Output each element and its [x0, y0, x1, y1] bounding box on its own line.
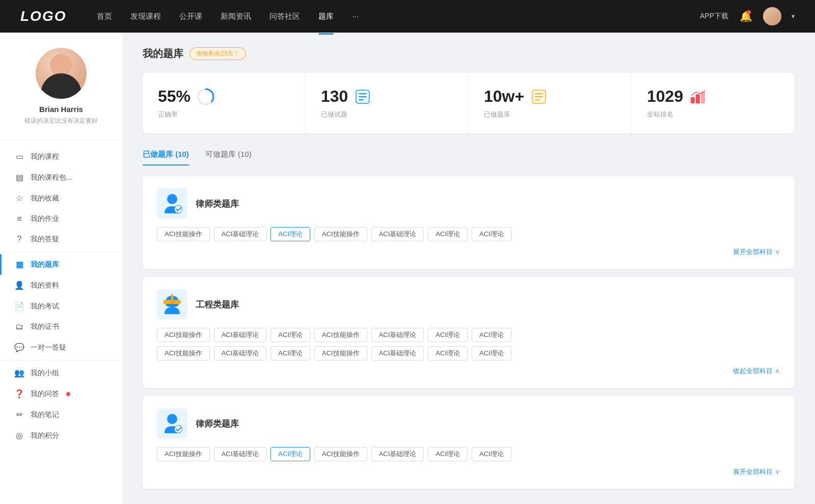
eng-tag-r2-3[interactable]: ACI技能操作 — [314, 346, 367, 360]
page-title: 我的题库 — [143, 47, 183, 61]
main-content: 我的题库 体验剩余23天！ 55% 正确率 130 — [122, 33, 815, 504]
sidebar-item-my-qa[interactable]: ❓ 我的问答 — [0, 383, 122, 404]
sidebar-item-certificate[interactable]: 🗂 我的证书 — [0, 317, 122, 337]
points-icon: ◎ — [14, 431, 24, 440]
eng-tag-r1-5[interactable]: ACI理论 — [428, 328, 468, 342]
bank-card-header-3: 律师类题库 — [157, 408, 780, 439]
law2-tag-5[interactable]: ACI理论 — [428, 447, 468, 461]
course-package-icon: ▤ — [14, 173, 24, 182]
1on1-icon: 💬 — [14, 343, 24, 352]
sidebar-label-my-qa: 我的问答 — [31, 389, 59, 399]
svg-rect-11 — [696, 94, 700, 103]
nav-more[interactable]: ··· — [352, 10, 359, 23]
sidebar-username: Brian Harris — [39, 105, 83, 114]
notification-bell[interactable]: 🔔 — [739, 9, 753, 23]
bank-card-header-1: 律师类题库 — [157, 188, 780, 219]
sidebar-divider-1 — [0, 139, 122, 140]
user-dropdown-arrow[interactable]: ▾ — [792, 13, 795, 20]
sidebar-label-qa: 我的答疑 — [31, 235, 59, 244]
law2-tag-6[interactable]: ACI理论 — [472, 447, 511, 461]
sidebar-item-my-data[interactable]: 👤 我的资料 — [0, 275, 122, 296]
law2-tag-0[interactable]: ACI技能操作 — [157, 447, 210, 461]
sidebar-item-course-package[interactable]: ▤ 我的课程包... — [0, 167, 122, 188]
sidebar-label-my-bank: 我的题库 — [31, 260, 59, 269]
tag-1[interactable]: ACI基础理论 — [214, 227, 267, 241]
stat-banks-done: 10w+ 已做题库 — [469, 73, 632, 133]
user-avatar[interactable] — [763, 7, 781, 25]
eng-tag-r2-1[interactable]: ACI基础理论 — [214, 346, 267, 360]
exam-icon: 📄 — [14, 301, 24, 311]
lawyer-icon-svg — [159, 191, 185, 216]
law2-tag-2-active[interactable]: ACI理论 — [270, 447, 310, 461]
sidebar-item-my-exam[interactable]: 📄 我的考试 — [0, 296, 122, 317]
stat-value-correct-rate: 55% — [158, 87, 191, 106]
eng-tag-r1-0[interactable]: ACI技能操作 — [157, 328, 210, 342]
engineer-icon-svg — [159, 292, 185, 317]
sidebar-item-favorites[interactable]: ☆ 我的收藏 — [0, 188, 122, 209]
eng-tag-r2-2[interactable]: ACI理论 — [270, 346, 310, 360]
tag-6[interactable]: ACI理论 — [472, 227, 511, 241]
eng-tag-r2-6[interactable]: ACI理论 — [472, 346, 511, 360]
nav-open-course[interactable]: 公开课 — [179, 10, 202, 23]
nav-qa[interactable]: 问答社区 — [269, 10, 300, 23]
svg-rect-10 — [691, 97, 695, 103]
eng-tag-r2-5[interactable]: ACI理论 — [428, 346, 468, 360]
tag-5[interactable]: ACI理论 — [428, 227, 468, 241]
stat-correct-rate: 55% 正确率 — [143, 73, 306, 133]
law2-tag-4[interactable]: ACI基础理论 — [371, 447, 424, 461]
eng-tag-r1-4[interactable]: ACI基础理论 — [371, 328, 424, 342]
sidebar-divider-3 — [0, 360, 122, 360]
sidebar-avatar — [36, 48, 87, 99]
sidebar-item-notes[interactable]: ✏ 我的笔记 — [0, 404, 122, 425]
sidebar-item-qa[interactable]: ? 我的答疑 — [0, 229, 122, 249]
rank-icon — [689, 88, 707, 105]
bank-tags-row-lawyer-2: ACI技能操作 ACI基础理论 ACI理论 ACI技能操作 ACI基础理论 AC… — [157, 447, 780, 461]
stat-rank: 1029 全站排名 — [632, 73, 795, 133]
sidebar-profile: Brian Harris 错误的决定比没有决定要好 — [0, 48, 122, 137]
sidebar-label-certificate: 我的证书 — [31, 322, 59, 331]
eng-tag-r2-0[interactable]: ACI技能操作 — [157, 346, 210, 360]
sidebar-item-1on1[interactable]: 💬 一对一答疑 — [0, 337, 122, 358]
collapse-link-engineer[interactable]: 收起全部科目 ∧ — [157, 365, 780, 376]
law2-tag-3[interactable]: ACI技能操作 — [314, 447, 367, 461]
data-icon: 👤 — [14, 281, 24, 290]
tag-3[interactable]: ACI技能操作 — [314, 227, 367, 241]
navbar-right: APP下载 🔔 ▾ — [700, 7, 795, 25]
sidebar-item-group[interactable]: 👥 我的小组 — [0, 362, 122, 383]
sidebar-label-my-exam: 我的考试 — [31, 302, 59, 311]
eng-tag-r1-6[interactable]: ACI理论 — [472, 328, 511, 342]
nav-home[interactable]: 首页 — [97, 10, 112, 23]
bank-card-lawyer-2: 律师类题库 ACI技能操作 ACI基础理论 ACI理论 ACI技能操作 ACI基… — [143, 396, 795, 489]
eng-tag-r1-1[interactable]: ACI基础理论 — [214, 328, 267, 342]
sidebar-item-points[interactable]: ◎ 我的积分 — [0, 425, 122, 446]
bank-card-lawyer-1: 律师类题库 ACI技能操作 ACI基础理论 ACI理论 ACI技能操作 ACI基… — [143, 176, 795, 269]
svg-rect-17 — [171, 294, 173, 301]
lawyer-icon-svg-2 — [159, 411, 185, 436]
eng-tag-r2-4[interactable]: ACI基础理论 — [371, 346, 424, 360]
eng-tag-r1-3[interactable]: ACI技能操作 — [314, 328, 367, 342]
stat-label-questions-done: 已做试题 — [321, 110, 453, 119]
sidebar-label-course-package: 我的课程包... — [31, 173, 72, 182]
my-qa-icon: ❓ — [14, 389, 24, 399]
eng-tag-r1-2[interactable]: ACI理论 — [270, 328, 310, 342]
expand-link-lawyer-2[interactable]: 展开全部科目 ∨ — [157, 465, 780, 477]
tab-available[interactable]: 可做题库 (10) — [205, 146, 252, 165]
app-download-button[interactable]: APP下载 — [700, 12, 728, 21]
sidebar-item-my-bank[interactable]: ▦ 我的题库 — [0, 254, 122, 275]
nav-courses[interactable]: 发现课程 — [130, 10, 161, 23]
law2-tag-1[interactable]: ACI基础理论 — [214, 447, 267, 461]
nav-news[interactable]: 新闻资讯 — [221, 10, 251, 23]
bank-card-header-2: 工程类题库 — [157, 289, 780, 320]
nav-bank[interactable]: 题库 — [318, 10, 334, 23]
tag-0[interactable]: ACI技能操作 — [157, 227, 210, 241]
tag-4[interactable]: ACI基础理论 — [371, 227, 424, 241]
tab-done[interactable]: 已做题库 (10) — [143, 146, 189, 165]
bank-icon: ▦ — [14, 260, 24, 269]
tag-2-active[interactable]: ACI理论 — [270, 227, 310, 241]
expand-link-lawyer-1[interactable]: 展开全部科目 ∨ — [157, 245, 780, 257]
sidebar-label-homework: 我的作业 — [31, 214, 59, 223]
sidebar-item-homework[interactable]: ≡ 我的作业 — [0, 209, 122, 229]
sidebar-label-my-data: 我的资料 — [31, 281, 59, 290]
banks-done-icon — [530, 88, 548, 105]
sidebar-item-my-courses[interactable]: ▭ 我的课程 — [0, 146, 122, 167]
